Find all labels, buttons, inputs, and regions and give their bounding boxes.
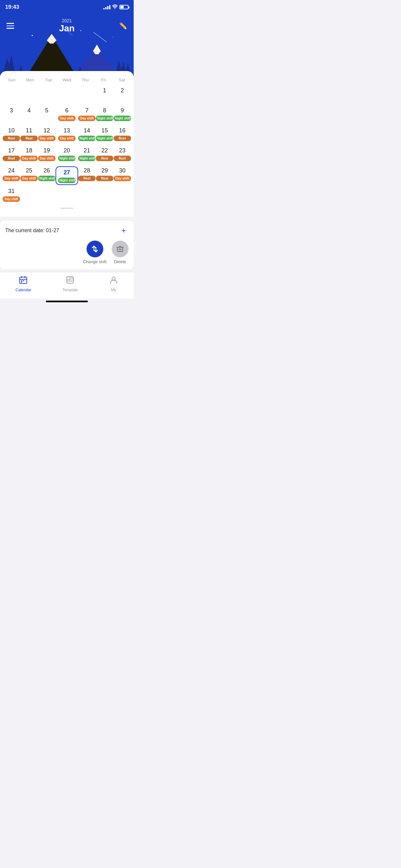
signal-icon (103, 5, 111, 9)
delete-label: Delete (114, 259, 126, 264)
shift-badge: Day shift (20, 176, 38, 181)
shift-badge: Night shift (78, 135, 96, 141)
calendar-cell[interactable]: 10 Rest (3, 126, 20, 144)
calendar-cell[interactable]: 23 Rest (113, 146, 131, 164)
tab-my-label: My (111, 288, 116, 292)
calendar-cell[interactable]: 27 Night shift (56, 166, 78, 185)
svg-line-12 (65, 29, 73, 35)
calendar-cell[interactable]: 15 Night shift (96, 126, 114, 144)
current-date-text: The current date: 01-27 (5, 228, 59, 234)
calendar-cell (3, 86, 20, 104)
calendar-cell[interactable]: 21 Night shift (78, 146, 96, 164)
cal-date: 21 (84, 146, 90, 155)
shift-badge: Rest (114, 135, 131, 141)
cal-date: 17 (8, 146, 14, 155)
add-button[interactable]: + (119, 226, 128, 236)
day-header-mon: Mon (21, 76, 39, 84)
calendar-cell[interactable]: 22 Rest (96, 146, 114, 164)
shift-badge: Night shift (114, 116, 131, 121)
home-indicator (46, 301, 88, 302)
tab-calendar[interactable]: Calendar (16, 275, 31, 292)
cal-date: 11 (26, 126, 32, 135)
calendar-cell[interactable]: 5 (38, 106, 56, 124)
calendar-cell[interactable]: 19 Day shift (38, 146, 56, 164)
cal-date: 4 (27, 106, 31, 115)
battery-icon (120, 5, 128, 9)
calendar-cell[interactable]: 30 Day shift (113, 166, 131, 185)
calendar-cell[interactable]: 26 Night shift (38, 166, 56, 185)
calendar-grid: 1 2 3 4 5 6 Day shift 7 Day shift (3, 86, 131, 205)
calendar-cell (56, 86, 78, 104)
day-header-sun: Sun (3, 76, 21, 84)
shift-badge: Day shift (3, 176, 20, 181)
calendar-tab-icon (19, 275, 28, 286)
shift-badge: Rest (3, 135, 20, 141)
shift-badge: Night shift (96, 116, 113, 121)
shift-badge: Rest (3, 156, 20, 161)
shift-badge: Day shift (38, 135, 56, 141)
day-header-tue: Tue (39, 76, 58, 84)
calendar-cell[interactable]: 4 (20, 106, 38, 124)
calendar-cell[interactable]: 7 Day shift (78, 106, 96, 124)
calendar-cell[interactable]: 28 Rest (78, 166, 96, 185)
calendar-cell[interactable]: 2 (113, 86, 131, 104)
calendar-cell (96, 187, 114, 205)
cal-date: 26 (43, 166, 50, 175)
svg-rect-20 (21, 282, 22, 283)
date-info-row: The current date: 01-27 + (5, 226, 128, 236)
svg-rect-18 (21, 280, 22, 281)
calendar-cell (56, 187, 78, 205)
calendar-cell[interactable]: 11 Rest (20, 126, 38, 144)
calendar-cell (20, 86, 38, 104)
calendar-cell[interactable]: 12 Day shift (38, 126, 56, 144)
calendar-cell[interactable]: 14 Night shift (78, 126, 96, 144)
tab-my[interactable]: My (109, 275, 118, 292)
shift-badge: Day shift (114, 176, 131, 181)
calendar-cell[interactable]: 13 Day shift (56, 126, 78, 144)
calendar-cell (20, 187, 38, 205)
tab-calendar-label: Calendar (16, 288, 31, 292)
cal-date: 10 (8, 126, 14, 135)
calendar-cell[interactable]: 3 (3, 106, 20, 124)
calendar-cell[interactable]: 25 Day shift (20, 166, 38, 185)
delete-button[interactable]: Delete (112, 241, 128, 264)
shift-badge: Day shift (3, 196, 20, 202)
today-wrapper: 27 Night shift (56, 166, 78, 185)
change-shift-button[interactable]: Change shift (83, 241, 106, 264)
calendar-cell (78, 86, 96, 104)
status-icons (103, 4, 128, 10)
cal-date: 19 (43, 146, 50, 155)
shift-badge: Rest (20, 135, 38, 141)
svg-point-13 (32, 35, 33, 36)
calendar-cell[interactable]: 16 Rest (113, 126, 131, 144)
cal-date: 13 (64, 126, 70, 135)
calendar-cell (38, 187, 56, 205)
cal-date: 16 (119, 126, 126, 135)
calendar-cell[interactable]: 29 Rest (96, 166, 114, 185)
cal-date: 18 (26, 146, 32, 155)
calendar-cell[interactable]: 9 Night shift (113, 106, 131, 124)
calendar-cell[interactable]: 20 Night shift (56, 146, 78, 164)
shift-badge: Rest (114, 156, 131, 161)
tab-template[interactable]: Template (62, 275, 78, 292)
shift-badge: Night shift (58, 156, 75, 161)
cal-date: 9 (121, 106, 124, 115)
change-shift-icon-circle (87, 241, 103, 257)
calendar-cell[interactable]: 31 Day shift (3, 187, 20, 205)
shift-badge: Night shift (96, 135, 113, 141)
cal-date: 15 (101, 126, 108, 135)
shift-badge: Day shift (38, 156, 56, 161)
calendar-cell[interactable]: 17 Rest (3, 146, 20, 164)
status-bar: 19:43 (0, 0, 134, 14)
calendar-cell[interactable]: 1 (96, 86, 114, 104)
calendar-cell[interactable]: 18 Day shift (20, 146, 38, 164)
calendar-cell (113, 187, 131, 205)
calendar-cell[interactable]: 24 Day shift (3, 166, 20, 185)
cal-date: 28 (84, 166, 90, 175)
calendar-cell[interactable]: 6 Day shift (56, 106, 78, 124)
action-row: Change shift Delete (5, 241, 128, 264)
scroll-hint (60, 208, 73, 209)
cal-date: 2 (121, 86, 124, 95)
cal-date: 30 (119, 166, 126, 175)
calendar-cell[interactable]: 8 Night shift (96, 106, 114, 124)
